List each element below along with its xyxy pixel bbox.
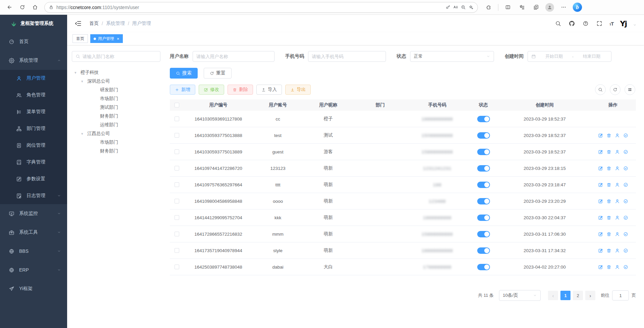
sidebar-item-erp[interactable]: ERP (0, 261, 67, 279)
row-checkbox[interactable] (175, 149, 179, 154)
refresh-table-button[interactable] (610, 84, 621, 95)
extensions-button[interactable] (484, 3, 493, 12)
row-checkbox[interactable] (175, 248, 179, 253)
tab-user-management[interactable]: 用户管理 × (90, 34, 123, 43)
status-toggle[interactable] (477, 149, 490, 155)
address-bar[interactable]: https://ccnetcore.com:1101/system/user (44, 2, 478, 13)
browser-menu-button[interactable] (559, 3, 568, 12)
edit-icon[interactable] (598, 199, 603, 204)
reset-password-icon[interactable] (615, 133, 620, 138)
table-row[interactable]: 1642503897748738048 dabai 大白 1788888888 … (170, 259, 636, 275)
collapse-sidebar-button[interactable] (75, 20, 82, 27)
approve-icon[interactable] (623, 232, 628, 237)
username-input[interactable] (196, 54, 271, 59)
reset-password-icon[interactable] (615, 248, 620, 253)
add-button[interactable]: 新增 (170, 85, 195, 95)
delete-icon[interactable] (606, 265, 611, 270)
table-row[interactable]: 1641030593691127808 cc 橙子 18888888888 20… (170, 111, 636, 127)
table-row[interactable]: 1641030593775013889 guest 游客 15888888888… (170, 144, 636, 160)
status-toggle[interactable] (477, 182, 490, 188)
fullscreen-button[interactable] (596, 20, 603, 27)
delete-icon[interactable] (606, 133, 611, 138)
status-toggle[interactable] (477, 215, 490, 221)
goto-page-input[interactable] (612, 290, 629, 300)
edit-icon[interactable] (598, 182, 603, 187)
approve-icon[interactable] (623, 182, 628, 187)
status-toggle[interactable] (477, 116, 490, 122)
delete-icon[interactable] (606, 149, 611, 154)
tree-node[interactable]: 财务部门 (72, 112, 160, 121)
table-row[interactable]: 1641735719040978944 style 萌新 18888888888… (170, 242, 636, 259)
search-button[interactable]: 搜索 (170, 68, 198, 79)
status-toggle[interactable] (477, 165, 490, 172)
table-row[interactable]: 1641441299095752704 kkk 萌新 1888888888 20… (170, 209, 636, 226)
column-settings-button[interactable] (625, 84, 635, 95)
user-avatar-logo[interactable]: Yj (620, 19, 627, 28)
close-tab-icon[interactable]: × (117, 37, 119, 41)
tree-node[interactable]: 市场部门 (72, 138, 160, 147)
split-screen-button[interactable] (503, 3, 512, 12)
breadcrumb-item[interactable]: 首页 (89, 20, 99, 27)
caret-down-icon[interactable]: ▾ (81, 79, 87, 84)
status-toggle[interactable] (477, 264, 490, 270)
phone-input[interactable] (312, 54, 382, 59)
delete-icon[interactable] (606, 199, 611, 204)
import-button[interactable]: 导入 (256, 85, 282, 95)
sidebar-item-role[interactable]: 角色管理 (0, 87, 67, 103)
row-checkbox[interactable] (175, 133, 179, 138)
row-checkbox[interactable] (175, 265, 179, 269)
next-page-button[interactable]: › (585, 291, 595, 300)
back-button[interactable] (4, 2, 15, 13)
department-search-input[interactable] (83, 54, 157, 59)
row-checkbox[interactable] (175, 215, 179, 220)
favorites-button[interactable] (517, 3, 527, 12)
delete-button[interactable]: 删除 (228, 85, 253, 95)
show-search-button[interactable] (595, 84, 606, 95)
status-toggle[interactable] (477, 198, 490, 204)
password-icon[interactable] (445, 5, 450, 10)
export-button[interactable]: 导出 (285, 85, 311, 95)
tree-node[interactable]: 财务部门 (72, 147, 160, 155)
tree-node[interactable]: 研发部门 (72, 86, 160, 94)
delete-icon[interactable] (606, 232, 611, 237)
home-button[interactable] (30, 2, 40, 13)
approve-icon[interactable] (623, 149, 628, 154)
edit-icon[interactable] (598, 265, 603, 270)
tree-node[interactable]: 市场部门 (72, 94, 160, 103)
date-range-picker[interactable]: 开始日期 - 结束日期 (528, 51, 611, 62)
sidebar-item-param[interactable]: 参数设置 (0, 171, 67, 187)
reset-password-icon[interactable] (615, 182, 620, 187)
approve-icon[interactable] (623, 133, 628, 138)
browser-profile-button[interactable] (545, 3, 554, 12)
font-size-button[interactable]: тT (609, 21, 614, 27)
prev-page-button[interactable]: ‹ (548, 291, 558, 300)
sidebar-item-log[interactable]: 日志管理 (0, 187, 67, 204)
approve-icon[interactable] (623, 248, 628, 253)
edit-icon[interactable] (598, 149, 603, 154)
approve-icon[interactable] (623, 265, 628, 270)
approve-icon[interactable] (623, 166, 628, 171)
app-logo[interactable]: 意框架管理系统 (0, 15, 67, 32)
tree-node[interactable]: ▾江西总公司 (72, 129, 160, 138)
edit-icon[interactable] (598, 166, 603, 171)
tree-node[interactable]: 测试部门 (72, 103, 160, 112)
delete-icon[interactable] (606, 215, 611, 220)
user-menu-caret-icon[interactable] (633, 23, 637, 27)
table-row[interactable]: 1641098004586958848 oooo 萌新 123488 2023-… (170, 193, 636, 209)
edit-button[interactable]: 修改 (199, 85, 224, 95)
header-search-button[interactable] (554, 20, 562, 27)
sidebar-item-monitor[interactable]: 系统监控 (0, 204, 67, 223)
page-size-select[interactable]: 10条/页 (499, 290, 541, 301)
sidebar-item-system[interactable]: 系统管理 (0, 51, 67, 70)
sidebar-item-dict[interactable]: 字典管理 (0, 154, 67, 171)
table-row[interactable]: 1641097576365297664 tttt 萌新 188 2023-03-… (170, 177, 636, 193)
approve-icon[interactable] (623, 199, 628, 204)
edit-icon[interactable] (598, 248, 603, 253)
status-toggle[interactable] (477, 231, 490, 237)
row-checkbox[interactable] (175, 232, 179, 236)
sidebar-item-yi[interactable]: Yi框架 (0, 279, 67, 298)
breadcrumb-item[interactable]: 系统管理 (106, 20, 125, 27)
sidebar-item-bbs[interactable]: BBS (0, 242, 67, 261)
status-toggle[interactable] (477, 247, 490, 254)
reset-button[interactable]: 重置 (204, 68, 232, 79)
